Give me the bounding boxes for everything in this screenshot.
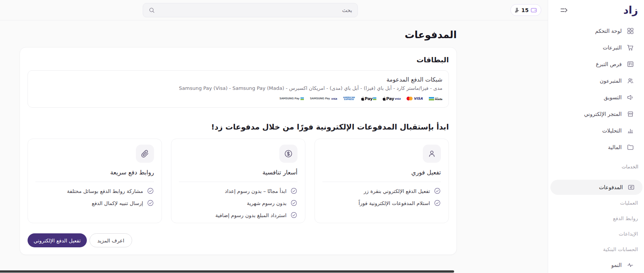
sidebar-collapse-button[interactable]: [559, 6, 569, 15]
sidebar-item-label: النمو: [611, 262, 622, 268]
sidebar-item-label: المتبرعون: [600, 78, 622, 84]
sidebar-item-label: المالية: [608, 144, 622, 150]
divider: [35, 182, 154, 182]
sidebar-nav: لوحة التحكم التبرعات فرص التبرع المتبرعو…: [548, 20, 644, 273]
samsung-pay-mada-logo: SAMSUNG Pay: [279, 97, 304, 100]
zad-logo[interactable]: زاد: [623, 3, 638, 17]
sidebar-subitem-transactions[interactable]: العمليات: [548, 195, 644, 210]
mada-mark-icon: [373, 97, 376, 100]
check-circle-icon: [290, 187, 297, 194]
analytics-icon: [627, 127, 634, 134]
features-row: تفعيل فوري تفعيل الدفع الإلكتروني بنقرة …: [28, 139, 449, 223]
feature-bullet: بدون رسوم شهرية: [179, 199, 297, 207]
sidebar-item-analytics[interactable]: التحليلات: [548, 122, 644, 139]
activate-epayment-button[interactable]: تفعيل الدفع الإلكتروني: [28, 233, 87, 247]
balance-badge[interactable]: 15: [510, 4, 541, 16]
sidebar-subitem-payment-links[interactable]: روابط الدفع: [548, 210, 644, 226]
feature-bullet: مشاركة روابط الدفع بوسائل مختلفة: [35, 187, 154, 194]
feature-quick-payment-links: روابط دفع سريعة مشاركة روابط الدفع بوسائ…: [28, 139, 162, 223]
networks-description: مدى - فيزا/ماستر كارد - أبل باي (فيزا) -…: [34, 85, 442, 92]
collapse-sidebar-icon: [559, 6, 569, 15]
feature-bullet: ابدأ مجانًا – بدون رسوم إعداد: [179, 187, 297, 194]
check-circle-icon: [290, 199, 297, 207]
user-icon: [423, 145, 441, 163]
sidebar: زاد لوحة التحكم التبرعات فرص التبرع المت…: [548, 0, 644, 273]
feature-bullet: إرسال تنبيه لإكمال الدفع: [35, 199, 154, 207]
apple-pay-mada-logo: Pay: [361, 96, 376, 101]
users-icon: [627, 77, 634, 85]
sidebar-item-label: فرص التبرع: [596, 61, 622, 67]
search-input[interactable]: [158, 7, 352, 13]
horizontal-scrollbar-thumb[interactable]: [0, 270, 454, 273]
sidebar-subitem-bank-accounts[interactable]: الحسابات البنكية: [548, 241, 644, 257]
sidebar-item-online-store[interactable]: المتجر الإلكتروني: [548, 106, 644, 122]
dashboard-icon: [627, 27, 634, 35]
sidebar-item-donors[interactable]: المتبرعون: [548, 72, 644, 89]
mastercard-icon: [407, 97, 413, 100]
check-circle-icon: [147, 199, 154, 207]
networks-title: شبكات الدفع المدعومة: [34, 76, 442, 84]
board-icon: [627, 60, 634, 68]
sidebar-item-label: التحليلات: [602, 128, 622, 134]
feature-bullet: استرداد المبلغ بدون رسوم إضافية: [179, 211, 297, 219]
feature-bullet: استلام المدفوعات الإلكترونية فوراً: [322, 199, 441, 207]
search-bar[interactable]: [143, 3, 358, 17]
cards-heading: البطاقات: [28, 55, 449, 64]
sidebar-item-growth[interactable]: النمو: [548, 257, 644, 273]
paperclip-icon: [136, 145, 154, 163]
check-circle-icon: [434, 199, 441, 207]
page-title: المدفوعات: [20, 27, 457, 42]
mada-mark-icon: [429, 97, 434, 100]
samsung-pay-visa-logo: SAMSUNG Pay VISA: [310, 97, 337, 100]
sidebar-item-label: التبرعات: [603, 45, 622, 51]
check-circle-icon: [290, 211, 297, 219]
finance-wallet-icon: [627, 143, 634, 151]
megaphone-icon: [627, 94, 634, 101]
search-icon: [148, 7, 155, 14]
feature-competitive-prices: أسعار تنافسية ابدأ مجانًا – بدون رسوم إع…: [171, 139, 305, 223]
payments-card-icon: [627, 184, 635, 191]
feature-title: تفعيل فوري: [322, 168, 441, 177]
feature-title: أسعار تنافسية: [179, 168, 297, 177]
sidebar-item-dashboard[interactable]: لوحة التحكم: [548, 23, 644, 39]
apple-icon: [361, 97, 364, 101]
sidebar-header: زاد: [548, 0, 644, 20]
topbar: 15: [0, 0, 548, 20]
sidebar-subitem-deposits[interactable]: الإيداعات: [548, 226, 644, 241]
supported-networks-box: شبكات الدفع المدعومة مدى - فيزا/ماستر كا…: [28, 70, 449, 108]
check-circle-icon: [434, 187, 441, 194]
sidebar-item-payments-active[interactable]: المدفوعات: [550, 180, 642, 195]
sidebar-section-services: الخدمات: [548, 162, 644, 171]
payments-card: البطاقات شبكات الدفع المدعومة مدى - فيزا…: [20, 47, 457, 255]
feature-bullet: تفعيل الدفع الإلكتروني بنقرة زر: [322, 187, 441, 194]
dollar-circle-icon: [279, 145, 297, 163]
actions-row: اعرف المزيد تفعيل الدفع الإلكتروني: [28, 233, 449, 247]
mada-mark-icon: [300, 97, 304, 100]
feature-title: روابط دفع سريعة: [35, 168, 154, 177]
sidebar-item-label: المدفوعات: [599, 184, 623, 190]
mada-logo: مدىmada: [429, 97, 442, 101]
apple-icon: [382, 97, 386, 101]
apple-pay-visa-logo: Pay VISA: [382, 96, 401, 101]
main-content: المدفوعات البطاقات شبكات الدفع المدعومة …: [20, 20, 457, 255]
sidebar-item-label: لوحة التحكم: [595, 28, 622, 34]
payment-logos-row: SAMSUNG Pay SAMSUNG Pay VISA AMERICANEXP…: [34, 95, 442, 102]
learn-more-button[interactable]: اعرف المزيد: [89, 233, 132, 247]
app-root: 15 زاد لوحة التحكم التبرعات فرص التبرع: [0, 0, 644, 273]
sidebar-item-finance[interactable]: المالية: [548, 139, 644, 156]
divider: [322, 182, 441, 182]
wallet-icon: [530, 7, 537, 14]
sidebar-item-donations[interactable]: التبرعات: [548, 39, 644, 56]
divider: [179, 182, 297, 182]
storefront-icon: [627, 110, 634, 118]
sidebar-item-label: التسويق: [604, 94, 622, 100]
american-express-logo: AMERICANEXPRESS: [343, 97, 355, 100]
pulse-icon: [627, 261, 634, 269]
balance-amount: 15: [521, 7, 528, 13]
mastercard-visa-logo: VISA: [407, 97, 423, 100]
sidebar-item-marketing[interactable]: التسويق: [548, 89, 644, 106]
promo-heading: ابدأ بإستقبال المدفوعات الإلكترونية فورً…: [28, 121, 449, 133]
saudi-riyal-icon: [515, 7, 519, 13]
check-circle-icon: [147, 187, 154, 194]
sidebar-item-donation-opportunities[interactable]: فرص التبرع: [548, 56, 644, 72]
